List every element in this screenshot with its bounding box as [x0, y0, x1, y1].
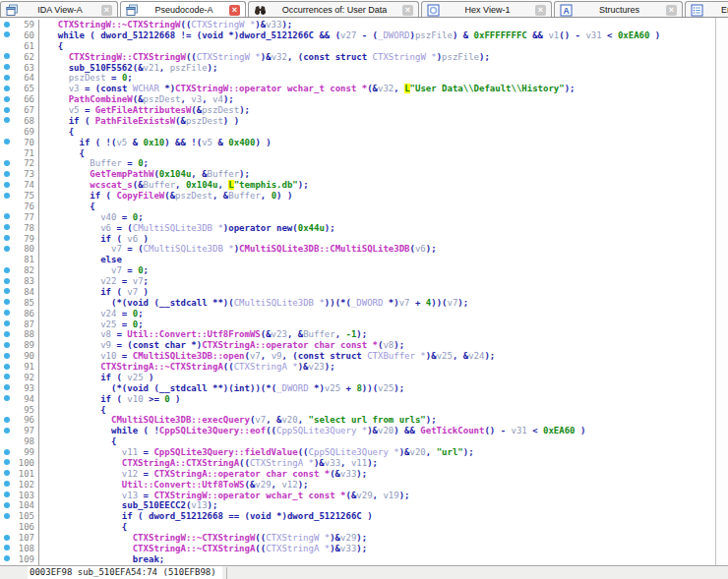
breakpoint-gutter[interactable] — [0, 223, 13, 234]
code-text[interactable]: if ( v6 ) — [39, 234, 728, 245]
code-line[interactable]: 74 wcscat_s(&Buffer, 0x104u, L"temphis.d… — [0, 180, 728, 191]
code-text[interactable]: v6 = (CMultiSQLite3DB *)operator new(0x4… — [39, 223, 728, 234]
code-text[interactable]: wcscat_s(&Buffer, 0x104u, L"temphis.db")… — [39, 180, 728, 191]
code-line[interactable]: 64 pszDest = 0; — [0, 73, 728, 84]
code-text[interactable]: CTXStringA::~CTXStringA((CTXStringA *)&v… — [39, 362, 728, 373]
tab-close-icon[interactable]: × — [666, 5, 677, 16]
address-dot-icon[interactable] — [4, 374, 10, 379]
code-text[interactable]: Util::Convert::Utf8ToWS(&v29, v12); — [39, 480, 728, 491]
code-text[interactable]: pszDest = 0; — [39, 73, 728, 84]
code-text[interactable]: if ( v25 ) — [39, 373, 728, 383]
address-dot-icon[interactable] — [4, 213, 10, 219]
address-dot-icon[interactable] — [4, 278, 10, 284]
breakpoint-gutter[interactable] — [0, 469, 13, 480]
address-dot-icon[interactable] — [4, 331, 10, 337]
code-line[interactable]: 72 Buffer = 0; — [0, 158, 728, 169]
address-dot-icon[interactable] — [4, 417, 10, 423]
code-line[interactable]: 77 v40 = 0; — [0, 212, 728, 223]
address-dot-icon[interactable] — [4, 182, 10, 188]
breakpoint-gutter[interactable] — [0, 138, 13, 148]
code-text[interactable]: v11 = CppSQLite3Query::fieldValue((CppSQ… — [39, 447, 728, 458]
code-text[interactable]: v9 = (const char *)CTXStringA::operator … — [39, 340, 728, 351]
code-text[interactable]: v40 = 0; — [39, 212, 728, 223]
breakpoint-gutter[interactable] — [0, 373, 13, 383]
tab-close-icon[interactable]: × — [101, 5, 112, 16]
code-line[interactable]: 69 { — [0, 127, 728, 138]
breakpoint-gutter[interactable] — [0, 362, 13, 373]
code-line[interactable]: 94 if ( v10 >= 0 ) — [0, 394, 728, 405]
breakpoint-gutter[interactable] — [0, 405, 13, 416]
code-line[interactable]: 93 (*(void (__stdcall **)(int))(*(_DWORD… — [0, 383, 728, 394]
address-dot-icon[interactable] — [4, 288, 10, 294]
breakpoint-gutter[interactable] — [0, 287, 13, 298]
tab-occurrences-of-user-data[interactable]: Occurrences of: User Data× — [248, 1, 419, 18]
breakpoint-gutter[interactable] — [0, 309, 13, 319]
code-line[interactable]: 61 { — [0, 41, 728, 52]
code-text[interactable]: CTXStringW::~CTXStringW((CTXStringW *)&v… — [39, 20, 728, 30]
address-dot-icon[interactable] — [4, 555, 10, 561]
breakpoint-gutter[interactable] — [0, 212, 13, 223]
code-text[interactable]: GetTempPathW(0x104u, &Buffer); — [39, 169, 728, 180]
code-line[interactable]: 96 CMultiSQLite3DB::execQuery(v7, &v20, … — [0, 415, 728, 426]
address-dot-icon[interactable] — [4, 513, 10, 519]
code-line[interactable]: 105 if ( dword_51212668 == (void *)dword… — [0, 511, 728, 522]
address-dot-icon[interactable] — [4, 267, 10, 273]
breakpoint-gutter[interactable] — [0, 319, 13, 330]
code-line[interactable]: 68 if ( PathFileExistsW(&pszDest) ) — [0, 116, 728, 127]
breakpoint-gutter[interactable] — [0, 426, 13, 436]
code-text[interactable]: CTXStringA::CTXStringA((CTXStringA *)&v3… — [39, 458, 728, 469]
tab-ida-view-a[interactable]: IDA View-A× — [0, 1, 118, 18]
address-dot-icon[interactable] — [4, 449, 10, 455]
address-dot-icon[interactable] — [4, 139, 10, 145]
code-line[interactable]: 102 Util::Convert::Utf8ToWS(&v29, v12); — [0, 480, 728, 491]
address-dot-icon[interactable] — [4, 224, 10, 230]
code-line[interactable]: 60 while ( dword_51212668 != (void *)dwo… — [0, 30, 728, 41]
code-line[interactable]: 89 v9 = (const char *)CTXStringA::operat… — [0, 340, 728, 351]
code-line[interactable]: 82 v7 = 0; — [0, 265, 728, 276]
breakpoint-gutter[interactable] — [0, 533, 13, 544]
code-text[interactable]: CMultiSQLite3DB::execQuery(v7, &v20, "se… — [39, 415, 728, 426]
address-dot-icon[interactable] — [4, 502, 10, 508]
code-line[interactable]: 78 v6 = (CMultiSQLite3DB *)operator new(… — [0, 223, 728, 234]
address-dot-icon[interactable] — [4, 53, 10, 59]
code-line[interactable]: 108 CTXStringA::~CTXStringA((CTXStringA … — [0, 544, 728, 554]
code-line[interactable]: 66 PathCombineW(&pszDest, v3, v4); — [0, 94, 728, 105]
code-text[interactable]: CTXStringW::CTXStringW((CTXStringW *)&v3… — [39, 52, 728, 63]
breakpoint-gutter[interactable] — [0, 105, 13, 116]
address-dot-icon[interactable] — [4, 481, 10, 487]
code-line[interactable]: 104 sub_510EECC2(v13); — [0, 500, 728, 511]
code-text[interactable]: v13 = CTXStringW::operator wchar_t const… — [39, 491, 728, 501]
code-line[interactable]: 103 v13 = CTXStringW::operator wchar_t c… — [0, 491, 728, 501]
address-dot-icon[interactable] — [4, 160, 10, 166]
address-dot-icon[interactable] — [4, 384, 10, 390]
breakpoint-gutter[interactable] — [0, 491, 13, 501]
code-text[interactable]: v22 = v7; — [39, 276, 728, 287]
vertical-scrollbar[interactable] — [715, 18, 728, 565]
code-line[interactable]: 71 { — [0, 148, 728, 159]
code-text[interactable]: { — [39, 405, 728, 416]
code-line[interactable]: 100 CTXStringA::CTXStringA((CTXStringA *… — [0, 458, 728, 469]
breakpoint-gutter[interactable] — [0, 511, 13, 522]
pseudocode-view[interactable]: 59 CTXStringW::~CTXStringW((CTXStringW *… — [0, 18, 728, 565]
code-text[interactable]: CTXStringA::~CTXStringA((CTXStringA *)&v… — [39, 544, 728, 554]
code-line[interactable]: 80 v7 = (CMultiSQLite3DB *)CMultiSQLite3… — [0, 244, 728, 255]
code-text[interactable]: if ( v7 ) — [39, 287, 728, 298]
address-dot-icon[interactable] — [4, 235, 10, 241]
code-text[interactable]: sub_510EECC2(v13); — [39, 500, 728, 511]
code-line[interactable]: 88 v8 = Util::Convert::Utf8FromWS(&v23, … — [0, 329, 728, 340]
code-text[interactable]: v7 = 0; — [39, 265, 728, 276]
code-line[interactable]: 62 CTXStringW::CTXStringW((CTXStringW *)… — [0, 52, 728, 63]
address-dot-icon[interactable] — [4, 364, 10, 370]
code-line[interactable]: 75 if ( CopyFileW(&pszDest, &Buffer, 0) … — [0, 191, 728, 202]
address-dot-icon[interactable] — [4, 64, 10, 70]
code-text[interactable]: v10 = CMultiSQLite3DB::open(v7, v9, (con… — [39, 351, 728, 362]
code-line[interactable]: 99 v11 = CppSQLite3Query::fieldValue((Cp… — [0, 447, 728, 458]
breakpoint-gutter[interactable] — [0, 73, 13, 84]
breakpoint-gutter[interactable] — [0, 52, 13, 63]
code-text[interactable]: v8 = Util::Convert::Utf8FromWS(&v23, &Bu… — [39, 329, 728, 340]
breakpoint-gutter[interactable] — [0, 94, 13, 105]
code-line[interactable]: 109 break; — [0, 554, 728, 565]
code-text[interactable]: while ( dword_51212668 != (void *)dword_… — [39, 30, 728, 41]
code-line[interactable]: 67 v5 = GetFileAttributesW(&pszDest); — [0, 105, 728, 116]
code-line[interactable]: 86 v24 = 0; — [0, 309, 728, 319]
